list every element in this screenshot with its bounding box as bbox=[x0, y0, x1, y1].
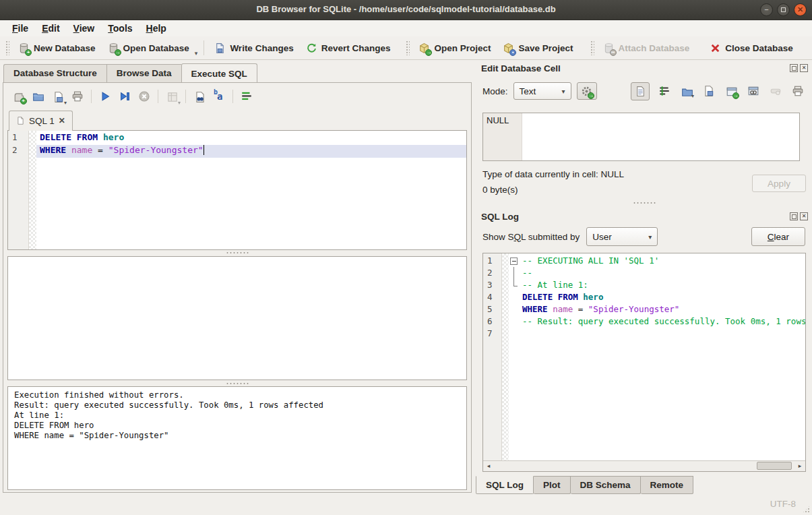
new-database-label: New Database bbox=[34, 43, 96, 53]
stop-execution-button[interactable] bbox=[135, 88, 153, 105]
sql-editor-surface[interactable]: 1DELETE FROM hero2WHERE name = "Spider-Y… bbox=[8, 131, 466, 249]
float-dock-icon[interactable] bbox=[790, 212, 798, 220]
code-text: DELETE FROM hero bbox=[36, 132, 466, 145]
menu-file[interactable]: File bbox=[5, 21, 35, 36]
open-in-external-button[interactable]: → bbox=[724, 84, 739, 98]
execute-all-button[interactable] bbox=[96, 88, 114, 105]
results-grid[interactable] bbox=[7, 256, 467, 380]
mode-label: Mode: bbox=[482, 86, 508, 96]
maximize-button[interactable] bbox=[777, 3, 790, 16]
mode-select[interactable]: Text ▾ bbox=[513, 82, 571, 100]
clear-log-button[interactable]: Clear bbox=[751, 227, 805, 246]
sql-log-panel: 1-- EXECUTING ALL IN 'SQL 1'2--3-- At li… bbox=[482, 253, 806, 472]
link-icon bbox=[747, 85, 759, 97]
open-file-icon bbox=[32, 90, 44, 102]
apply-button[interactable]: Apply bbox=[752, 175, 806, 192]
scrollbar-thumb[interactable] bbox=[757, 462, 792, 470]
splitter-dots bbox=[226, 382, 249, 385]
save-project-button[interactable]: ▪ Save Project bbox=[497, 40, 579, 57]
minimize-button[interactable]: − bbox=[760, 3, 773, 16]
code-line: 6-- Result: query executed successfully.… bbox=[483, 315, 805, 328]
dock-tab-plot[interactable]: Plot bbox=[534, 476, 571, 494]
mode-value: Text bbox=[520, 86, 536, 96]
code-line: 2-- bbox=[483, 267, 805, 279]
save-sql-file-button[interactable]: ▾ bbox=[49, 88, 67, 105]
auto-apply-button[interactable]: → bbox=[577, 82, 597, 100]
edit-cell-title: Edit Database Cell bbox=[481, 63, 788, 73]
text-mode-button[interactable] bbox=[631, 82, 650, 100]
revert-changes-button[interactable]: Revert Changes bbox=[300, 40, 397, 57]
menu-edit[interactable]: Edit bbox=[35, 21, 66, 36]
print-sql-button[interactable] bbox=[69, 88, 86, 105]
toolbar-drag-handle[interactable] bbox=[590, 40, 594, 55]
execute-current-line-button[interactable] bbox=[116, 88, 133, 105]
import-cell-data-button[interactable]: ▾ bbox=[679, 84, 694, 98]
write-changes-button[interactable]: Write Changes bbox=[208, 40, 299, 57]
new-sql-tab-button[interactable]: + bbox=[10, 88, 28, 105]
export-cell-data-button[interactable] bbox=[701, 84, 716, 98]
tab-execute-sql[interactable]: Execute SQL bbox=[181, 63, 257, 84]
scrollbar-track[interactable] bbox=[494, 461, 794, 471]
close-database-button[interactable]: Close Database bbox=[704, 40, 799, 57]
word-wrap-button[interactable] bbox=[238, 88, 255, 105]
cell-null-indicator: NULL bbox=[483, 113, 522, 160]
menu-view[interactable]: View bbox=[67, 21, 102, 36]
cell-text-area[interactable] bbox=[522, 113, 799, 160]
open-sql-file-button[interactable] bbox=[30, 88, 47, 105]
fold-margin bbox=[501, 328, 509, 340]
close-dock-icon[interactable]: ✕ bbox=[800, 64, 808, 72]
toolbar-drag-handle[interactable] bbox=[5, 40, 9, 55]
open-project-button[interactable]: → Open Project bbox=[412, 40, 497, 57]
attach-database-button[interactable]: ∞ Attach Database bbox=[597, 40, 696, 57]
close-dock-icon[interactable]: ✕ bbox=[800, 212, 808, 220]
format-sql-icon bbox=[213, 90, 225, 102]
close-button[interactable]: ✕ bbox=[794, 3, 807, 16]
tab-database-structure[interactable]: Database Structure bbox=[3, 64, 106, 83]
tab-sql-1[interactable]: SQL 1 ✕ bbox=[9, 111, 73, 131]
scroll-right-arrow[interactable]: ▸ bbox=[794, 461, 805, 471]
menu-help[interactable]: Help bbox=[139, 21, 173, 36]
code-text: -- bbox=[519, 267, 805, 279]
new-database-button[interactable]: + New Database bbox=[12, 40, 102, 57]
dock-tab-remote[interactable]: Remote bbox=[641, 476, 694, 494]
import-data-icon bbox=[681, 86, 693, 97]
execute-all-icon bbox=[99, 90, 111, 102]
sql-editor[interactable]: 1DELETE FROM hero2WHERE name = "Spider-Y… bbox=[7, 130, 467, 250]
select-caret-icon: ▾ bbox=[555, 88, 565, 95]
resize-grip[interactable] bbox=[802, 505, 811, 514]
execute-line-icon bbox=[119, 90, 131, 102]
link-cell-button[interactable] bbox=[746, 84, 761, 98]
line-number: 4 bbox=[483, 291, 501, 303]
line-number: 1 bbox=[483, 255, 501, 267]
menu-tools[interactable]: Tools bbox=[101, 21, 139, 36]
cell-word-wrap-button[interactable] bbox=[657, 84, 672, 98]
import-caret: ▾ bbox=[691, 93, 694, 99]
sql-log-surface[interactable]: 1-- EXECUTING ALL IN 'SQL 1'2--3-- At li… bbox=[483, 253, 805, 460]
dock-tab-db-schema[interactable]: DB Schema bbox=[571, 476, 641, 494]
scroll-left-arrow[interactable]: ◂ bbox=[483, 461, 494, 471]
splitter-handle[interactable] bbox=[3, 251, 471, 255]
code-line: 5WHERE name = "Spider-Youngster" bbox=[483, 303, 805, 315]
cell-value-editor[interactable]: NULL bbox=[482, 113, 800, 161]
select-caret-icon: ▾ bbox=[642, 233, 652, 241]
open-database-button[interactable]: → Open Database bbox=[102, 40, 195, 57]
find-button[interactable] bbox=[191, 88, 208, 105]
close-sql-tab-icon[interactable]: ✕ bbox=[59, 116, 65, 125]
float-dock-icon[interactable] bbox=[790, 64, 798, 72]
open-database-dropdown-caret[interactable]: ▾ bbox=[193, 47, 200, 59]
dock-splitter-handle[interactable] bbox=[476, 201, 812, 205]
set-null-button[interactable] bbox=[768, 84, 783, 98]
external-window-icon: → bbox=[726, 86, 737, 97]
splitter-handle[interactable] bbox=[3, 382, 471, 386]
log-horizontal-scrollbar[interactable]: ◂ ▸ bbox=[483, 460, 805, 471]
log-filter-select[interactable]: User ▾ bbox=[586, 227, 658, 246]
toolbar-drag-handle[interactable] bbox=[406, 40, 410, 55]
fold-column bbox=[509, 315, 519, 328]
save-results-button[interactable]: ▾ bbox=[163, 88, 181, 105]
format-sql-button[interactable] bbox=[210, 88, 228, 105]
line-number: 5 bbox=[483, 303, 501, 315]
print-cell-button[interactable] bbox=[790, 84, 805, 98]
fold-marker[interactable] bbox=[509, 255, 519, 267]
tab-browse-data[interactable]: Browse Data bbox=[106, 64, 181, 83]
dock-tab-sql-log[interactable]: SQL Log bbox=[476, 476, 534, 494]
